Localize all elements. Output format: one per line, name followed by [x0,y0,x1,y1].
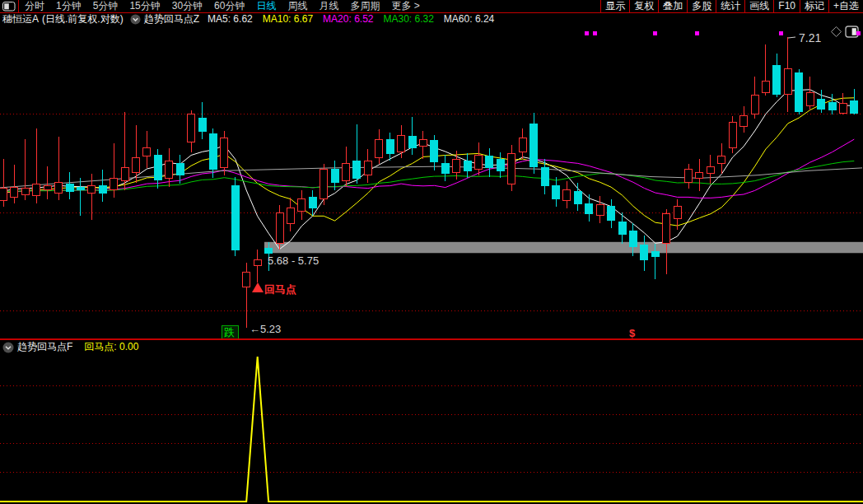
ma60-line [0,166,862,188]
tool-button-mark[interactable]: 标记 [800,0,828,12]
period-tab-15min[interactable]: 15分钟 [124,0,166,12]
candle-down [818,100,825,109]
candle-down [353,161,361,178]
period-tab-5min[interactable]: 5分钟 [87,0,124,12]
candle-up [419,139,427,147]
main-chart-canvas[interactable]: 7.21←5.235.68 - 5.75回马点跌$ [0,25,863,340]
period-tab-fenshi[interactable]: 分时 [19,0,50,12]
period-tab-60min[interactable]: 60分钟 [208,0,250,12]
ma20-line [3,139,854,198]
candle-up [166,161,173,178]
period-mark-dot [585,31,589,35]
candle-up [519,138,526,152]
candle-down [231,185,239,250]
candle-up [839,104,847,114]
period-tab-weekly[interactable]: 周线 [282,0,313,12]
tool-button-add-watchlist[interactable]: +自选 [828,0,863,12]
candle-up [55,183,63,194]
tool-button-display[interactable]: 显示 [600,0,629,12]
candle-up [188,114,195,142]
candle-down [851,100,858,113]
candle-up [718,156,725,164]
candle-up [276,212,283,244]
candle-up [287,208,294,224]
candle-down [198,119,206,131]
candle-up [320,170,328,199]
period-tab-monthly[interactable]: 月线 [313,0,344,12]
sub-chart-canvas[interactable] [0,354,863,504]
period-menu-bar: 分时1分钟5分钟15分钟30分钟60分钟日线周线月线多周期更多 > 显示复权叠加… [0,0,863,13]
tool-button-multi-stock[interactable]: 多股 [687,0,716,12]
candle-up [674,207,681,219]
period-mark-dot [695,31,699,35]
candle-up [806,93,814,106]
candle-up [508,153,515,184]
candle-down [486,156,493,168]
candle-up [696,172,703,178]
candle-down [431,141,438,162]
tool-button-overlay[interactable]: 叠加 [658,0,687,12]
period-tab-30min[interactable]: 30分钟 [166,0,208,12]
tool-button-f10[interactable]: F10 [773,0,800,12]
candle-down [828,102,836,110]
candle-down [77,187,84,190]
high-pointer-line [788,37,795,38]
candle-down [441,164,449,174]
candle-up [398,135,405,152]
signal-triangle-icon [252,282,264,292]
period-tab-daily[interactable]: 日线 [250,0,282,12]
candle-down [641,245,648,259]
candle-up [453,159,460,172]
tool-button-adjust[interactable]: 复权 [629,0,658,12]
candle-up [33,184,40,195]
candle-down [541,168,548,185]
candle-up [707,166,714,174]
candle-up [376,139,383,157]
candle-up [784,69,791,94]
overlay-indicator-name: 趋势回马点Z [144,13,199,25]
sub-panel-collapse-icon[interactable] [2,342,14,353]
candle-up [0,189,7,201]
candle-up [88,185,96,193]
candle-down [585,203,593,214]
tool-menu: 显示复权叠加多股统计画线F10标记+自选 [600,0,863,12]
candle-down [464,161,471,170]
sub-indicator-name: 趋势回马点F [17,340,72,354]
period-tab-1min[interactable]: 1分钟 [50,0,87,12]
candle-down [651,251,659,256]
candle-up [364,161,371,175]
info-bar: 穗恒运A (日线.前复权.对数) 趋势回马点Z MA5: 6.62MA10: 6… [0,13,863,25]
candle-down [408,137,416,148]
tool-button-draw-line[interactable]: 画线 [744,0,773,12]
layout-icon[interactable] [2,2,16,12]
tool-button-stats[interactable]: 统计 [716,0,744,12]
period-tab-more[interactable]: 更多 > [385,0,425,12]
indicator-collapse-icon[interactable] [130,14,141,25]
candle-up [243,273,250,287]
sub-indicator-value: 回马点: 0.00 [84,340,138,354]
candle-down [386,139,394,153]
candle-up [729,123,736,148]
candle-down [553,185,560,198]
candle-up [298,199,306,212]
period-tab-multi-period[interactable]: 多周期 [344,0,385,12]
candle-down [608,207,615,221]
candle-down [618,222,626,234]
candle-up [121,168,128,181]
candle-up [133,158,140,173]
period-mark-dot [653,31,657,35]
candle-up [44,185,51,189]
candle-down [530,124,538,167]
candle-up [143,148,151,156]
candle-up [254,259,261,266]
dollar-marker: $ [629,327,636,339]
period-mark-dot [593,31,597,35]
candle-down [265,248,273,253]
fall-badge-label: 跌 [224,326,235,338]
low-price-label: ←5.23 [250,323,281,335]
candle-down [309,198,316,208]
price-band [264,242,863,253]
ma-value-labels: MA5: 6.62MA10: 6.67MA20: 6.52MA30: 6.32M… [208,13,504,25]
ma-label-4: MA30: 6.32 [383,13,433,25]
ma10-line [3,98,854,226]
